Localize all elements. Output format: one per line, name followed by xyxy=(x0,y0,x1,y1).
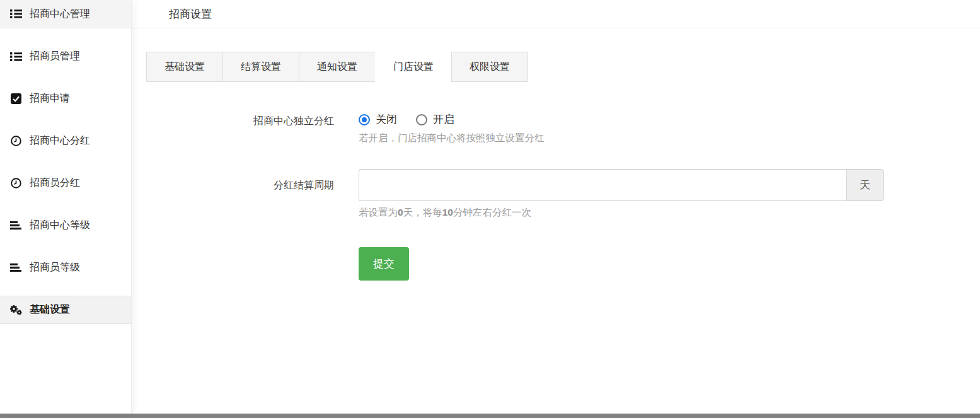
hint-text: 天，将每 xyxy=(403,207,442,218)
sidebar: 招商中心管理 招商员管理 招商申请 xyxy=(0,0,132,414)
sidebar-item-merchant-staff-management[interactable]: 招商员管理 xyxy=(0,42,131,71)
independent-dividend-hint: 若开启，门店招商中心将按照独立设置分红 xyxy=(359,132,545,145)
clock-icon xyxy=(9,136,23,147)
sidebar-item-merchant-center-dividend[interactable]: 招商中心分红 xyxy=(0,127,131,155)
hint-number: 0 xyxy=(398,207,403,218)
sidebar-item-merchant-center-management[interactable]: 招商中心管理 xyxy=(0,0,131,28)
settlement-cycle-hint: 若设置为0天，将每10分钟左右分红一次 xyxy=(359,206,884,219)
submit-spacer xyxy=(146,247,334,281)
sidebar-item-label: 招商中心等级 xyxy=(30,219,90,232)
form-row-independent-dividend: 招商中心独立分红 关闭 开启 若开启，门店招商中心 xyxy=(146,112,980,145)
tab-basic-settings[interactable]: 基础设置 xyxy=(146,52,223,82)
sidebar-item-label: 招商中心分红 xyxy=(30,134,90,148)
sidebar-item-label: 招商员分红 xyxy=(30,177,80,190)
settings-tabs: 基础设置 结算设置 通知设置 门店设置 权限设置 xyxy=(146,52,980,82)
settlement-cycle-control: 天 若设置为0天，将每10分钟左右分红一次 xyxy=(359,169,884,219)
independent-dividend-label: 招商中心独立分红 xyxy=(146,112,334,145)
sidebar-item-merchant-staff-level[interactable]: 招商员等级 xyxy=(0,253,131,282)
sidebar-item-label: 招商中心管理 xyxy=(30,8,90,21)
clock-icon xyxy=(9,178,23,189)
horizontal-scrollbar[interactable] xyxy=(0,414,980,418)
check-square-icon xyxy=(9,93,23,105)
sidebar-item-label: 招商员管理 xyxy=(30,50,80,63)
hint-text: 若设置为 xyxy=(359,207,398,218)
tab-settlement-settings[interactable]: 结算设置 xyxy=(222,52,299,82)
radio-label: 关闭 xyxy=(376,112,397,127)
tab-permission-settings[interactable]: 权限设置 xyxy=(451,52,528,82)
page-header: 招商设置 xyxy=(132,0,980,28)
submit-button[interactable]: 提交 xyxy=(359,247,409,281)
sidebar-item-merchant-center-level[interactable]: 招商中心等级 xyxy=(0,211,131,240)
store-settings-form: 招商中心独立分红 关闭 开启 若开启，门店招商中心 xyxy=(146,112,980,281)
sidebar-item-label: 招商员等级 xyxy=(30,261,80,274)
tab-store-settings[interactable]: 门店设置 xyxy=(375,52,452,82)
radio-icon[interactable] xyxy=(359,114,370,125)
sidebar-item-label: 基础设置 xyxy=(30,303,70,316)
form-row-submit: 提交 xyxy=(146,247,980,281)
radio-option-open[interactable]: 开启 xyxy=(416,112,454,127)
radio-label: 开启 xyxy=(433,112,454,127)
list-icon xyxy=(9,8,23,20)
hint-number: 10 xyxy=(442,207,453,218)
sidebar-item-label: 招商申请 xyxy=(30,92,70,105)
page-title: 招商设置 xyxy=(169,7,212,21)
levels-icon xyxy=(9,220,23,231)
settlement-cycle-input-group: 天 xyxy=(359,169,884,201)
sidebar-item-merchant-application[interactable]: 招商申请 xyxy=(0,84,131,113)
sidebar-item-merchant-staff-dividend[interactable]: 招商员分红 xyxy=(0,169,131,197)
list-icon xyxy=(9,51,23,62)
independent-dividend-control: 关闭 开启 若开启，门店招商中心将按照独立设置分红 xyxy=(359,112,545,145)
hint-text: 分钟左右分红一次 xyxy=(453,207,531,218)
main-area: 招商设置 基础设置 结算设置 通知设置 门店设置 权限设置 招商中心独立分红 xyxy=(132,0,980,414)
settlement-cycle-unit: 天 xyxy=(846,169,884,201)
radio-icon[interactable] xyxy=(416,114,427,125)
independent-dividend-radio-group: 关闭 开启 xyxy=(359,112,545,127)
sidebar-item-basic-settings[interactable]: 基础设置 xyxy=(0,296,131,324)
settlement-cycle-label: 分红结算周期 xyxy=(146,169,334,219)
content: 基础设置 结算设置 通知设置 门店设置 权限设置 招商中心独立分红 关闭 xyxy=(132,28,980,281)
form-row-settlement-cycle: 分红结算周期 天 若设置为0天，将每10分钟左右分红一次 xyxy=(146,169,980,219)
radio-option-close[interactable]: 关闭 xyxy=(359,112,397,127)
app-window: 招商中心管理 招商员管理 招商申请 xyxy=(0,0,980,418)
tab-notification-settings[interactable]: 通知设置 xyxy=(299,52,376,82)
settlement-cycle-input[interactable] xyxy=(359,169,846,201)
cogs-icon xyxy=(9,305,23,316)
levels-icon xyxy=(9,262,23,274)
